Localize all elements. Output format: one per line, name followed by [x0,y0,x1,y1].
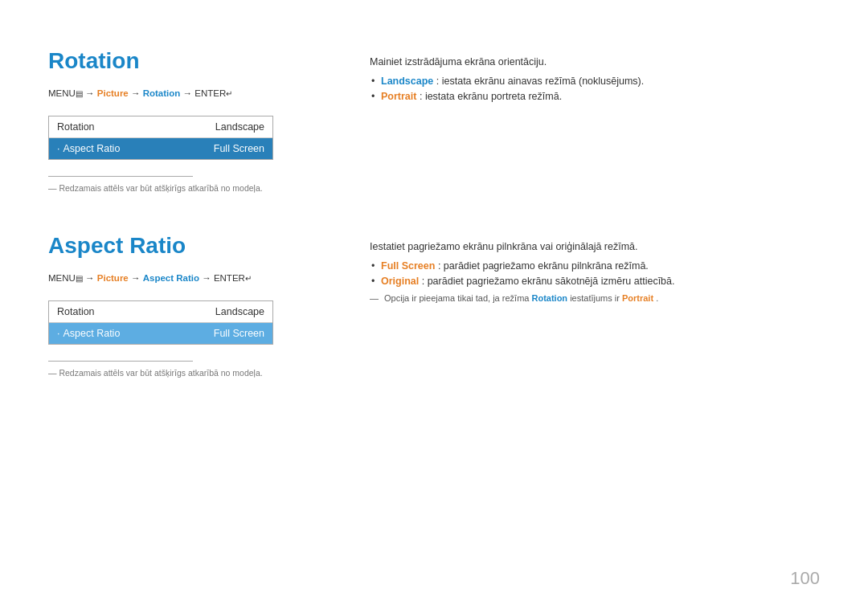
aspect-ratio-left: Aspect Ratio MENU▤ → Picture → Aspect Ra… [48,233,370,386]
rotation-title: Rotation [48,48,346,74]
rotation-menu-path: MENU▤ → Picture → Rotation → ENTER↵ [48,88,346,98]
aspect-ratio-row2-label: ·Aspect Ratio [57,328,120,339]
landscape-label: Landscape [381,76,433,87]
page-container: Rotation MENU▤ → Picture → Rotation → EN… [0,0,868,466]
fullscreen-label: Full Screen [381,260,435,272]
aspect-ratio-bullet-1: Full Screen : parādiet pagriežamo ekrānu… [370,260,820,272]
original-label: Original [381,276,419,287]
menu-picture-2: Picture [97,273,129,283]
original-text: : parādiet pagriežamo ekrānu sākotnējā i… [422,276,675,287]
landscape-text: : iestata ekrānu ainavas režīmā (noklusē… [436,76,644,87]
aspect-ratio-section: Aspect Ratio MENU▤ → Picture → Aspect Ra… [48,233,820,386]
aspect-ratio-row2-value: Full Screen [214,328,264,339]
rotation-right: Mainiet izstrādājuma ekrāna orientāciju.… [370,48,820,201]
aspect-ratio-bullet-2: Original : parādiet pagriežamo ekrānu sā… [370,276,820,287]
aspect-ratio-row1-value: Landscape [215,306,264,317]
rotation-bullet-2: Portrait : iestata ekrānu portreta režīm… [370,91,820,102]
aspect-ratio-row1: Rotation Landscape [49,301,272,323]
rotation-row2-label: ·Aspect Ratio [57,143,120,154]
menu-aspect-ratio: Aspect Ratio [143,273,199,283]
rotation-row1-label: Rotation [57,121,95,133]
note-portrait-label: Portrait [622,293,653,303]
aspect-ratio-bullets: Full Screen : parādiet pagriežamo ekrānu… [370,260,820,287]
menu-keyword-2: MENU▤ [48,273,83,283]
menu-keyword: MENU▤ [48,88,83,98]
rotation-description: Mainiet izstrādājuma ekrāna orientāciju. [370,56,820,67]
aspect-ratio-row1-label: Rotation [57,306,95,317]
portrait-text: : iestata ekrānu portreta režīmā. [420,91,562,102]
aspect-ratio-ui-preview: Rotation Landscape ·Aspect Ratio Full Sc… [48,300,273,345]
rotation-footnote: — Redzamais attēls var būt atšķirīgs atk… [48,183,346,193]
rotation-row1-value: Landscape [215,121,264,133]
aspect-ratio-note: — Opcija ir pieejama tikai tad, ja režīm… [370,293,820,303]
aspect-ratio-row2: ·Aspect Ratio Full Screen [49,323,272,344]
rotation-bullet-1: Landscape : iestata ekrānu ainavas režīm… [370,76,820,87]
portrait-label: Portrait [381,91,416,102]
aspect-ratio-footnote: — Redzamais attēls var būt atšķirīgs atk… [48,368,346,378]
aspect-ratio-description: Iestatiet pagriežamo ekrānu pilnkrāna va… [370,241,820,252]
aspect-ratio-title: Aspect Ratio [48,233,346,259]
menu-rotation: Rotation [143,88,181,98]
rotation-bullets: Landscape : iestata ekrānu ainavas režīm… [370,76,820,102]
rotation-section: Rotation MENU▤ → Picture → Rotation → EN… [48,48,820,201]
aspect-ratio-right: Iestatiet pagriežamo ekrānu pilnkrāna va… [370,233,820,386]
note-rotation-label: Rotation [531,293,567,303]
aspect-ratio-divider [48,361,193,362]
rotation-row1: Rotation Landscape [49,116,272,138]
rotation-left: Rotation MENU▤ → Picture → Rotation → EN… [48,48,370,201]
rotation-row2-value: Full Screen [214,143,264,154]
page-number: 100 [790,568,820,589]
fullscreen-text: : parādiet pagriežamo ekrānu pilnkrāna r… [438,260,649,272]
menu-picture: Picture [97,88,129,98]
aspect-ratio-menu-path: MENU▤ → Picture → Aspect Ratio → ENTER↵ [48,273,346,283]
rotation-ui-preview: Rotation Landscape ·Aspect Ratio Full Sc… [48,116,273,160]
rotation-divider [48,176,193,177]
rotation-row2: ·Aspect Ratio Full Screen [49,138,272,159]
